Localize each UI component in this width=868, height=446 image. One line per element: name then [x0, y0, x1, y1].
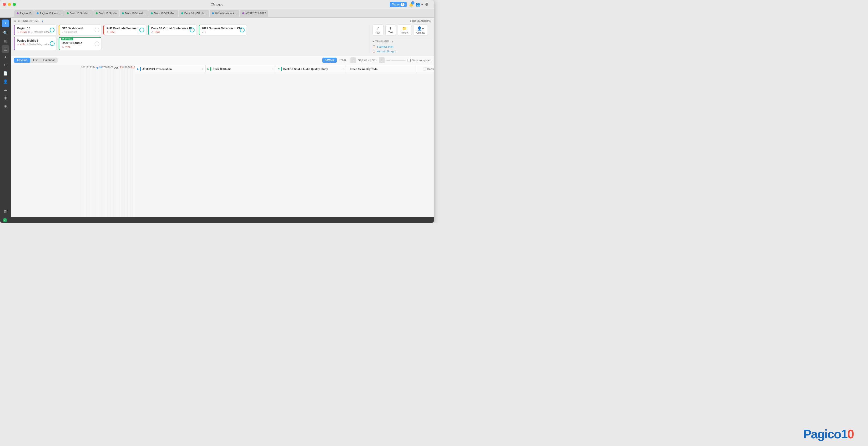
add-task-icon[interactable]: + — [342, 67, 344, 71]
sidebar-list-icon[interactable]: ☰ — [2, 45, 9, 53]
sidebar-contact-icon[interactable]: 👤 — [2, 77, 9, 85]
qa-project-label: Project — [401, 31, 408, 34]
6week-button[interactable]: 6-Week — [322, 58, 337, 63]
task-cell-deck10audio[interactable]: ▼ Deck 10 Studio Audio Quality Study + — [276, 65, 346, 73]
tab-deck10studio2[interactable]: Deck 10 Studio — [93, 10, 119, 16]
tab-calendar[interactable]: Calendar — [40, 58, 58, 63]
date-20: 20 — [81, 65, 84, 217]
add-button[interactable]: + — [2, 20, 9, 27]
sidebar-extra2-icon[interactable]: ◈ — [2, 102, 9, 109]
maximize-button[interactable] — [13, 3, 16, 6]
card-circle — [95, 28, 99, 32]
text-icon: T — [390, 26, 392, 31]
pinned-star-icon: ★ — [14, 20, 16, 23]
status-bar: ✓ — [0, 217, 434, 223]
pinned-card-deck10studio[interactable]: UPDATED Deck 10 Studio ⚠ +4wk — [59, 37, 101, 50]
card-title: Deck 10 Studio — [62, 41, 99, 45]
pinned-add-icon[interactable]: + — [42, 20, 43, 23]
zoom-slider[interactable] — [391, 60, 406, 61]
task-checkbox-downsample[interactable] — [423, 68, 426, 70]
tab-label: Deck 10 Studio ... — [70, 12, 91, 15]
task-cell-downsample[interactable]: Down-sample the CSV data sets — [416, 65, 434, 73]
task-cell-deck10[interactable]: ▶ Deck 10 Studio + — [206, 65, 276, 73]
nav-next-button[interactable]: › — [379, 57, 385, 63]
task-name-deck10: Deck 10 Studio — [213, 68, 231, 70]
task-name-deck10audio: Deck 10 Studio Audio Quality Study — [283, 68, 328, 70]
show-completed-checkbox[interactable] — [408, 59, 411, 62]
warn-icon: ⚠ — [17, 43, 19, 46]
pinned-card-summer[interactable]: 2021 Summer Vacation to Chi... ✓ 1 — [199, 25, 247, 35]
minimize-button[interactable] — [8, 3, 11, 6]
year-button[interactable]: Year — [338, 58, 348, 63]
sidebar-search-icon[interactable]: 🔍 — [2, 29, 9, 37]
pinned-card-deck10virtual[interactable]: Deck 10 Virtual Conference Pl... ⚠ +3wk — [148, 25, 197, 35]
tab-pagico10[interactable]: Pagico 10 — [14, 10, 34, 16]
tab-pagico10launch[interactable]: Pagico 10 Launc... — [34, 10, 64, 16]
tab-uxindependent[interactable]: UX Independent.... — [210, 10, 239, 16]
main-window: CM.pgco Today 4 🔔 👥 ▾ ⚙ Pagico 10 Pagico… — [0, 0, 434, 223]
row-atmi: ▶ ATMI 2021 Presentation + — [135, 65, 206, 73]
quick-actions-label: ★ QUICK ACTIONS — [409, 20, 431, 22]
date-header-row: 20 21 22 23 24 ▼ 26 27 28 — [11, 65, 135, 217]
qa-project-button[interactable]: 📁 Project — [398, 25, 411, 36]
task-cell-sep15[interactable]: ≡ Sep 15 Weekly Todo — [346, 65, 416, 73]
pinned-card-phd[interactable]: PhD Graduate Seminar ⚠ +9wk — [103, 25, 146, 35]
date-25: ▼ — [96, 65, 99, 217]
tab-list[interactable]: List — [30, 58, 40, 63]
project-icon: 📁 — [402, 26, 407, 31]
color-bar — [281, 67, 282, 71]
nav-prev-button[interactable]: ‹ — [350, 57, 356, 63]
task-cell-atmi[interactable]: ▶ ATMI 2021 Presentation + — [135, 65, 206, 73]
card-title: Deck 10 Virtual Conference Pl... — [151, 27, 194, 30]
timeline-grid: 20 21 22 23 24 ▼ 26 27 28 — [11, 65, 434, 217]
notifications-button[interactable]: 🔔 — [409, 2, 413, 7]
pinned-card-pagico10[interactable]: Pagico 10 ⚠ +18wk ⊙ UI redesign, enha... — [14, 25, 57, 35]
add-task-icon[interactable]: + — [202, 67, 204, 71]
sidebar-cloud-icon[interactable]: ☁ — [2, 86, 9, 93]
pinned-card-n17[interactable]: N17 Dashboard ○ No tasks yet — [59, 25, 101, 35]
template-website-design[interactable]: 📋 Website Design... — [372, 49, 431, 53]
tab-timeline[interactable]: Timeline — [14, 58, 30, 63]
warn-icon: ⚠ — [106, 31, 108, 33]
add-task-icon[interactable]: + — [272, 67, 274, 71]
card-count: 1 — [205, 31, 206, 33]
tab-label: Pagico 10 — [20, 12, 31, 15]
sidebar-views-icon[interactable]: ⊞ — [2, 37, 9, 45]
user-button[interactable]: 👥 ▾ — [415, 2, 423, 7]
date-22: 22 — [87, 65, 90, 217]
card-sub: ⊙ Nested lists, custom... — [26, 43, 53, 46]
today-marker-icon: ▼ — [96, 66, 99, 70]
card-status: ⚠ +12d ⊙ Nested lists, custom... — [17, 43, 54, 46]
tab-deck10vcpm[interactable]: Deck 10 VCP - M... — [179, 10, 209, 16]
templates-settings-icon[interactable]: ⚙ — [391, 40, 394, 43]
date-26: 26 — [99, 65, 102, 217]
card-time: +9wk — [110, 31, 115, 33]
sidebar: + 🔍 ⊞ ☰ ★ 🏷 📄 👤 ☁ ◉ ◈ 🗑 — [0, 18, 11, 217]
pinned-row2: Pagico Mobile 6 ⚠ +12d ⊙ Nested lists, c… — [14, 37, 367, 50]
pinned-card-pagico-mobile[interactable]: Pagico Mobile 6 ⚠ +12d ⊙ Nested lists, c… — [14, 37, 57, 50]
tab-dot — [181, 12, 183, 14]
template-business-plan[interactable]: 📋 Business Plan — [372, 44, 431, 49]
tab-deck10vcpge[interactable]: Deck 10 VCP Ge... — [148, 10, 178, 16]
date-header-spacer — [11, 65, 81, 217]
tab-acue[interactable]: ACUE 2021-2022 — [240, 10, 268, 16]
zoom-out-icon[interactable]: — — [386, 58, 391, 62]
sidebar-page-icon[interactable]: 📄 — [2, 69, 9, 77]
qa-text-button[interactable]: T Text — [385, 25, 396, 36]
qa-contact-button[interactable]: 👤+ Contact — [413, 25, 428, 36]
warn-icon: ⚠ — [62, 45, 64, 48]
qa-task-button[interactable]: ✓ Task — [372, 25, 383, 36]
today-button[interactable]: Today 4 — [390, 2, 407, 7]
card-status: ⚠ +4wk — [62, 45, 99, 48]
tab-deck10studio1[interactable]: Deck 10 Studio ... — [64, 10, 93, 16]
sidebar-trash-icon[interactable]: 🗑 — [2, 208, 9, 215]
close-button[interactable] — [3, 3, 6, 6]
sidebar-extra-icon[interactable]: ◉ — [2, 94, 9, 101]
sidebar-tags-icon[interactable]: 🏷 — [2, 61, 9, 69]
settings-button[interactable]: ⚙ — [425, 2, 428, 7]
tab-deck10virtual[interactable]: Deck 10 Virtual ... — [120, 10, 148, 16]
tab-dot — [212, 12, 214, 14]
sidebar-star-icon[interactable]: ★ — [2, 53, 9, 61]
traffic-lights — [3, 3, 16, 6]
card-time: +3wk — [154, 31, 160, 33]
